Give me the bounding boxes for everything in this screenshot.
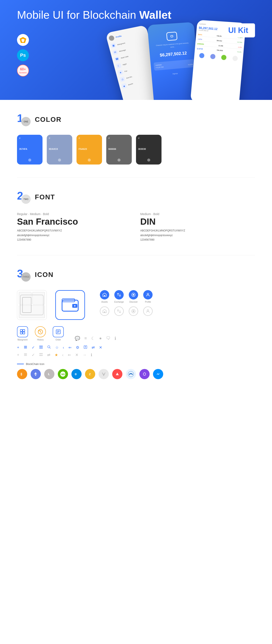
svg-point-63	[142, 371, 147, 377]
icon-filled-wallet	[55, 290, 85, 320]
chat2-icon: 🗨	[106, 336, 110, 341]
back-icon: ‹	[63, 346, 64, 350]
svg-rect-38	[24, 354, 27, 355]
exchange-icon-circle	[114, 290, 124, 300]
svg-text:NEO: NEO	[61, 373, 66, 376]
zcash-logo: Z	[85, 369, 95, 379]
font-section-title: FONT	[35, 193, 55, 201]
icon-top-row: Assets Exchange Discover	[17, 290, 255, 320]
forward-gray-icon: →	[83, 353, 86, 357]
list-icon	[24, 345, 28, 350]
iota-logo	[98, 369, 109, 379]
content-wrapper: 1 ONE COLOR # 3574FA # 8DA0C8 # F5A623	[0, 100, 272, 405]
svg-point-22	[39, 330, 40, 331]
icon-profile-outline	[143, 306, 152, 316]
icon-assets-outline	[100, 306, 109, 316]
svg-rect-43	[41, 355, 42, 356]
svg-text:₿: ₿	[20, 372, 22, 376]
layers-icon: ≡	[84, 336, 87, 341]
profile-icon-circle	[143, 290, 152, 300]
hero-section: Mobile UI for Blockchain Wallet UI Kit P…	[0, 0, 272, 100]
sf-uppercase: ABCDEFGHIJKLMNOPQRSTUVWXYZ	[17, 228, 132, 233]
mangment-label: Mangment	[18, 338, 28, 341]
svg-point-34	[48, 346, 50, 348]
misc-icons-row: 💬 ≡ ☾ ● 🗨 ℹ	[75, 336, 116, 341]
small-icons-row1: + ✓ ☆ ‹ ⇐ ⚙ ⇌ ✕	[17, 345, 255, 350]
sf-weight-label: Regular · Medium · Bold	[17, 212, 132, 216]
svg-rect-27	[24, 346, 27, 346]
plus-icon: +	[17, 346, 19, 350]
icon-section-sublabel: THREE	[21, 272, 30, 282]
swatch-blue: # 3574FA	[17, 135, 42, 164]
history-icon	[35, 326, 46, 337]
hero-title-regular: Mobile UI for Blockchain	[17, 9, 139, 21]
svg-rect-8	[104, 295, 105, 296]
svg-rect-40	[40, 353, 40, 354]
svg-point-15	[132, 310, 134, 312]
waves-logo	[126, 369, 136, 379]
info-gray-icon: ℹ	[91, 352, 92, 357]
exchange-icon-label: Exchange	[114, 301, 124, 303]
hero-title: Mobile UI for Blockchain Wallet	[17, 8, 255, 21]
swap-gray-icon: ⇌	[47, 352, 50, 357]
color-section: 1 ONE COLOR # 3574FA # 8DA0C8 # F5A623	[17, 113, 255, 164]
ark-logo	[112, 369, 122, 379]
svg-rect-41	[41, 353, 42, 354]
font-san-francisco: Regular · Medium · Bold San Francisco AB…	[17, 212, 132, 242]
mangment-icon	[17, 326, 28, 337]
uikit-badge: UI Kit	[222, 24, 255, 38]
color-section-title: COLOR	[35, 116, 62, 124]
blockchain-divider: BlockChain Icon	[17, 362, 255, 366]
icon-assets: Assets	[100, 290, 109, 303]
share-icon: ⇐	[68, 345, 72, 350]
chat-icon: 💬	[75, 336, 80, 341]
sketch-badge	[17, 34, 29, 46]
svg-rect-32	[40, 347, 40, 348]
svg-text:Z: Z	[89, 372, 91, 376]
icon-blueprint	[17, 290, 47, 320]
icon-labeled-row: Mangment History Order	[17, 326, 255, 341]
sf-name: San Francisco	[17, 216, 132, 227]
search-icon	[47, 345, 51, 350]
gear-icon: ⚙	[76, 345, 79, 350]
svg-line-35	[50, 348, 50, 348]
plus-gray-icon: +	[17, 353, 19, 357]
icon-section-title: ICON	[35, 271, 54, 279]
back-gray-icon: ‹	[62, 353, 64, 357]
svg-text:Đ: Đ	[75, 373, 77, 376]
screens-badge: 60+ Screens	[17, 64, 29, 76]
svg-text:Ł: Ł	[48, 372, 50, 376]
check-gray-icon: ✓	[32, 352, 35, 357]
bitcoin-logo: ₿	[17, 369, 27, 379]
icon-exchange: Exchange	[114, 290, 124, 303]
icon-section: 3 THREE ICON	[17, 268, 255, 379]
order-icon	[53, 326, 64, 337]
svg-rect-42	[40, 355, 40, 356]
neo-logo: NEO	[58, 369, 68, 379]
profile-icon-label: Profile	[145, 301, 151, 303]
svg-rect-13	[104, 312, 105, 313]
din-lowercase: abcdefghijklmnopqrstuvwxyz	[140, 233, 255, 238]
svg-point-11	[147, 293, 149, 294]
check-icon: ✓	[32, 345, 35, 350]
blockchain-label: BlockChain Icon	[26, 362, 44, 366]
blockchain-line	[17, 364, 24, 364]
other-logo	[153, 369, 163, 379]
swap-icon: ⇌	[92, 345, 95, 350]
din-name: DIN	[140, 216, 255, 227]
history-label: History	[37, 338, 44, 341]
grid-gray-icon	[39, 352, 43, 358]
icon-mangment: Mangment	[17, 326, 28, 341]
svg-rect-17	[20, 330, 22, 331]
svg-rect-39	[24, 355, 27, 356]
share-gray-icon: ⇐	[68, 352, 71, 357]
svg-point-6	[74, 305, 76, 306]
list-gray-icon	[24, 352, 28, 358]
discover-icon-circle	[129, 290, 138, 300]
icon-discover-outline	[129, 306, 138, 316]
discover-icon-label: Discover	[130, 301, 138, 303]
svg-rect-19	[20, 332, 22, 334]
swatch-gray-blue: # 8DA0C8	[47, 135, 72, 164]
color-swatches: # 3574FA # 8DA0C8 # F5A623 # 666666 #	[17, 135, 255, 164]
exchange-outline-circle	[114, 306, 124, 316]
